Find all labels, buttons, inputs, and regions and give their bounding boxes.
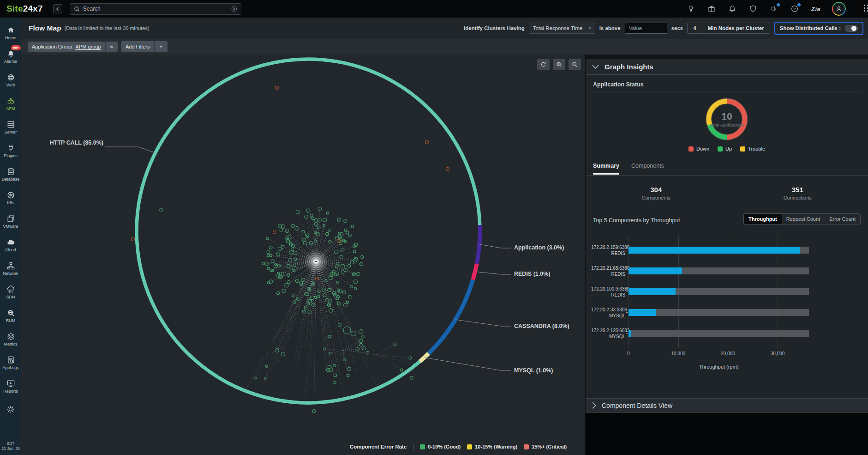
component-node[interactable] [285,284,288,287]
zia-icon[interactable]: Zia [811,5,820,13]
component-node[interactable] [269,246,272,249]
component-node[interactable] [281,272,284,275]
component-node[interactable] [338,323,341,327]
component-node[interactable] [322,288,326,291]
component-node[interactable] [337,218,341,221]
component-node[interactable] [303,242,307,245]
sidebar-item-apm[interactable]: APM [0,92,21,115]
bar-track[interactable] [629,330,809,337]
global-search[interactable] [70,3,241,15]
bell-icon[interactable] [728,5,736,13]
component-node-critical[interactable] [316,277,319,280]
component-node[interactable] [302,230,305,233]
component-node[interactable] [287,281,290,284]
component-node[interactable] [329,240,331,243]
component-node[interactable] [409,357,412,359]
sidebar-item-applogs[interactable]: AppLogs [0,351,21,375]
component-node[interactable] [291,224,294,228]
sidebar-item-database[interactable]: Database [0,163,21,186]
sidebar-item-server[interactable]: Server [0,115,21,139]
component-node[interactable] [400,369,403,371]
component-node[interactable] [328,335,331,338]
component-node[interactable] [323,218,327,222]
remove-filter-icon[interactable]: ✕ [105,42,118,52]
component-node[interactable] [277,264,281,267]
component-node[interactable] [336,281,339,284]
threshold-value-input[interactable] [625,23,667,34]
component-node[interactable] [344,219,347,223]
component-node-critical[interactable] [273,231,276,234]
bulb-icon[interactable] [687,5,695,13]
component-node[interactable] [335,250,338,254]
sidebar-item-rum[interactable]: RUM [0,304,21,328]
application-group-chip[interactable]: Application Group: APM group ✕ [28,42,118,52]
component-node[interactable] [347,367,351,370]
component-node[interactable] [269,280,273,284]
component-node[interactable] [328,365,331,369]
avatar[interactable] [832,2,846,16]
bar-track[interactable] [629,247,809,254]
component-node[interactable] [354,287,356,290]
component-node[interactable] [343,358,345,361]
flow-map-canvas[interactable] [21,55,585,455]
application-status-donut[interactable]: 10 Total Applications [700,93,754,145]
component-node[interactable] [332,270,335,273]
bar-track[interactable] [629,288,809,295]
min-nodes-input[interactable]: 4 [688,23,702,33]
apps-grid-icon[interactable] [864,5,868,13]
component-node[interactable] [334,374,336,376]
component-node-critical[interactable] [132,238,135,241]
component-node[interactable] [271,260,274,263]
component-node-critical[interactable] [446,168,449,171]
component-node[interactable] [329,309,333,312]
collapse-sidebar-button[interactable] [53,4,62,13]
component-node[interactable] [305,292,309,296]
help-icon[interactable]: ? [790,5,799,13]
site24x7-logo[interactable]: Site24x7 [6,4,43,14]
tab-summary[interactable]: Summary [593,163,619,175]
component-node[interactable] [276,253,280,256]
mode-throughput[interactable]: Throughput [744,214,782,224]
sidebar-item-metrics[interactable]: Metrics [0,328,21,351]
sidebar-item-network[interactable]: Network [0,257,21,280]
gift-icon[interactable] [707,5,716,13]
component-node[interactable] [292,295,294,297]
component-node-critical[interactable] [275,86,279,90]
clear-search-icon[interactable] [231,6,237,12]
component-node[interactable] [275,349,279,352]
component-node[interactable] [293,269,295,272]
component-node[interactable] [255,377,257,379]
component-node[interactable] [266,237,269,240]
bar-track[interactable] [629,267,809,274]
map-refresh-button[interactable] [537,59,550,70]
component-node[interactable] [352,273,355,276]
map-zoom-out-button[interactable] [569,59,581,70]
component-node[interactable] [326,212,329,214]
component-node[interactable] [348,234,351,237]
component-node[interactable] [354,257,358,261]
megaphone-icon[interactable] [770,5,778,13]
component-node[interactable] [347,375,349,377]
component-node[interactable] [267,250,270,253]
component-node-critical[interactable] [425,141,429,144]
sidebar-item-vmware[interactable]: VMware [0,210,21,233]
sidebar-settings-button[interactable] [6,400,15,419]
sidebar-item-cloud[interactable]: Cloud [0,233,21,257]
mode-request-count[interactable]: Request Count [782,214,825,224]
add-filters-chip[interactable]: Add Filters ＋ [121,41,168,52]
component-node[interactable] [305,215,308,218]
component-node[interactable] [270,254,272,256]
search-input[interactable] [83,6,231,12]
component-node[interactable] [285,229,289,233]
component-node[interactable] [264,377,266,380]
component-details-header[interactable]: Component Details View [586,398,868,413]
component-node[interactable] [344,303,347,307]
shield-icon[interactable] [749,5,757,13]
component-node[interactable] [357,273,360,276]
component-node[interactable] [282,289,286,293]
component-node[interactable] [296,298,299,301]
component-node[interactable] [362,346,366,350]
component-node[interactable] [359,330,363,334]
component-node[interactable] [332,291,335,295]
sidebar-item-k8s[interactable]: K8s [0,186,21,210]
